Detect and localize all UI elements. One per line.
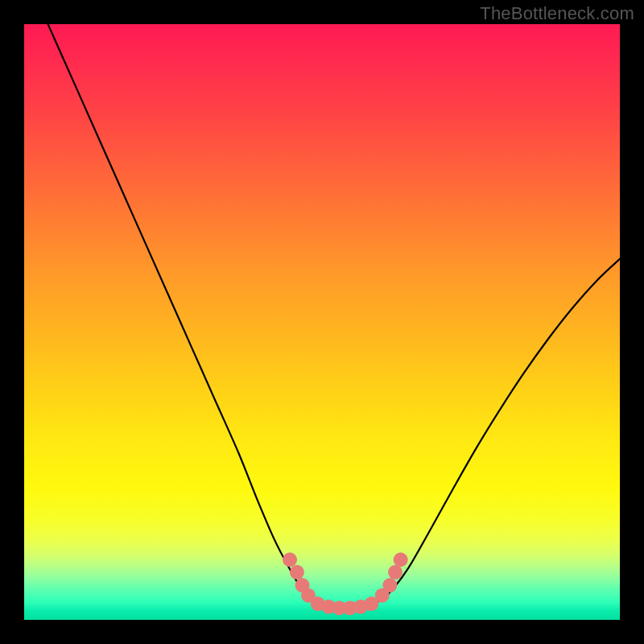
curve-marker — [283, 552, 297, 567]
curve-marker — [353, 600, 368, 614]
curve-marker — [290, 565, 304, 580]
curve-right-branch — [382, 259, 620, 601]
curve-marker — [394, 552, 408, 567]
watermark-text: TheBottleneck.com — [480, 3, 634, 24]
curve-marker — [311, 597, 325, 611]
curve-marker — [332, 601, 346, 615]
curve-marker — [364, 597, 378, 611]
curve-marker — [321, 600, 336, 614]
curve-marker — [295, 578, 310, 592]
chart-plot-area — [24, 24, 620, 620]
curve-marker — [382, 578, 397, 592]
curve-marker — [343, 601, 357, 615]
curve-marker — [375, 588, 390, 603]
chart-svg — [24, 24, 620, 620]
curve-marker — [388, 565, 402, 580]
curve-valley — [310, 601, 382, 609]
curve-left-branch — [48, 24, 311, 601]
curve-marker — [301, 588, 316, 603]
curve-markers — [283, 552, 408, 615]
